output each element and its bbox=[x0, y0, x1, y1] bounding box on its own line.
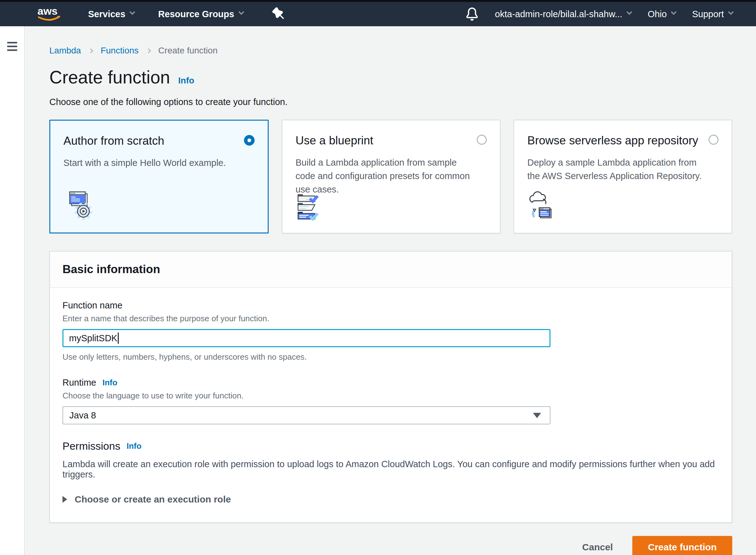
execution-role-expander[interactable]: Choose or create an execution role bbox=[62, 494, 719, 505]
page-subtitle: Choose one of the following options to c… bbox=[49, 97, 732, 107]
aws-logo-icon: aws bbox=[36, 5, 64, 23]
aws-logo[interactable]: aws bbox=[36, 5, 64, 23]
creation-options: Author from scratch Start with a simple … bbox=[49, 120, 732, 233]
option-description: Deploy a sample Lambda application from … bbox=[527, 156, 718, 183]
function-name-value: mySplitSDK bbox=[69, 333, 118, 343]
title-info-link[interactable]: Info bbox=[178, 76, 194, 86]
cancel-button[interactable]: Cancel bbox=[582, 542, 613, 553]
chevron-down-icon bbox=[626, 9, 632, 15]
use-a-blueprint-radio[interactable] bbox=[477, 135, 487, 145]
hamburger-menu-icon[interactable] bbox=[7, 42, 17, 51]
permissions-info-link[interactable]: Info bbox=[127, 441, 141, 451]
option-title: Use a blueprint bbox=[296, 132, 373, 147]
browse-serverless-app-repository-radio[interactable] bbox=[709, 135, 718, 145]
breadcrumb-lambda[interactable]: Lambda bbox=[49, 46, 81, 56]
runtime-select[interactable]: Java 8 bbox=[62, 406, 550, 424]
permissions-label: Permissions bbox=[62, 440, 120, 452]
use-a-blueprint-icon bbox=[296, 190, 328, 223]
runtime-help: Choose the language to use to write your… bbox=[62, 391, 719, 400]
page-title: Create function Info bbox=[49, 67, 732, 87]
nav-support-menu[interactable]: Support bbox=[692, 9, 733, 19]
chevron-down-icon bbox=[671, 9, 677, 15]
breadcrumb-functions[interactable]: Functions bbox=[101, 46, 138, 56]
footer-actions: Cancel Create function bbox=[49, 536, 732, 555]
option-title: Author from scratch bbox=[63, 132, 164, 147]
execution-role-expander-label: Choose or create an execution role bbox=[75, 494, 231, 505]
breadcrumb-current: Create function bbox=[159, 46, 218, 56]
nav-account-menu[interactable]: okta-admin-role/bilal.al-shahw... bbox=[495, 9, 631, 19]
permissions-description: Lambda will create an execution role wit… bbox=[62, 459, 719, 480]
dropdown-caret-icon bbox=[533, 413, 541, 418]
option-title: Browse serverless app repository bbox=[527, 132, 698, 147]
chevron-down-icon bbox=[130, 9, 135, 15]
bell-icon[interactable] bbox=[465, 7, 479, 20]
text-cursor bbox=[118, 333, 119, 344]
option-description: Start with a simple Hello World example. bbox=[63, 156, 255, 170]
main-content: Lambda Functions Create function Create … bbox=[26, 26, 756, 555]
runtime-info-link[interactable]: Info bbox=[102, 378, 118, 387]
runtime-selected-value: Java 8 bbox=[69, 410, 96, 421]
function-name-label: Function name bbox=[62, 300, 719, 311]
expander-triangle-icon bbox=[62, 496, 67, 503]
author-from-scratch-icon bbox=[63, 189, 96, 223]
function-name-input[interactable]: mySplitSDK bbox=[62, 329, 550, 347]
nav-region-menu[interactable]: Ohio bbox=[648, 9, 676, 19]
nav-resource-groups[interactable]: Resource Groups bbox=[158, 9, 243, 19]
option-card-browse-serverless-app-repository[interactable]: Browse serverless app repository Deploy … bbox=[514, 120, 732, 233]
chevron-right-icon bbox=[88, 48, 93, 53]
pushpin-icon[interactable] bbox=[272, 7, 284, 21]
svg-text:aws: aws bbox=[38, 5, 57, 17]
panel-title: Basic information bbox=[62, 263, 719, 276]
panel-header: Basic information bbox=[50, 252, 731, 288]
serverless-app-repository-icon bbox=[527, 190, 560, 223]
chevron-down-icon bbox=[238, 9, 244, 15]
breadcrumb: Lambda Functions Create function bbox=[49, 26, 732, 56]
top-navigation: aws Services Resource Groups okta-admin-… bbox=[0, 2, 756, 26]
option-card-use-a-blueprint[interactable]: Use a blueprint Build a Lambda applicati… bbox=[282, 120, 500, 233]
runtime-label: Runtime bbox=[62, 378, 96, 388]
chevron-right-icon bbox=[146, 48, 151, 53]
nav-services[interactable]: Services bbox=[88, 9, 134, 19]
chevron-down-icon bbox=[728, 9, 733, 15]
create-function-button[interactable]: Create function bbox=[632, 536, 732, 555]
function-name-help: Enter a name that describes the purpose … bbox=[62, 314, 719, 324]
basic-information-panel: Basic information Function name Enter a … bbox=[49, 251, 732, 523]
function-name-constraint: Use only letters, numbers, hyphens, or u… bbox=[62, 352, 719, 362]
left-sidebar bbox=[0, 26, 25, 555]
option-card-author-from-scratch[interactable]: Author from scratch Start with a simple … bbox=[49, 120, 269, 233]
author-from-scratch-radio[interactable] bbox=[244, 135, 255, 145]
